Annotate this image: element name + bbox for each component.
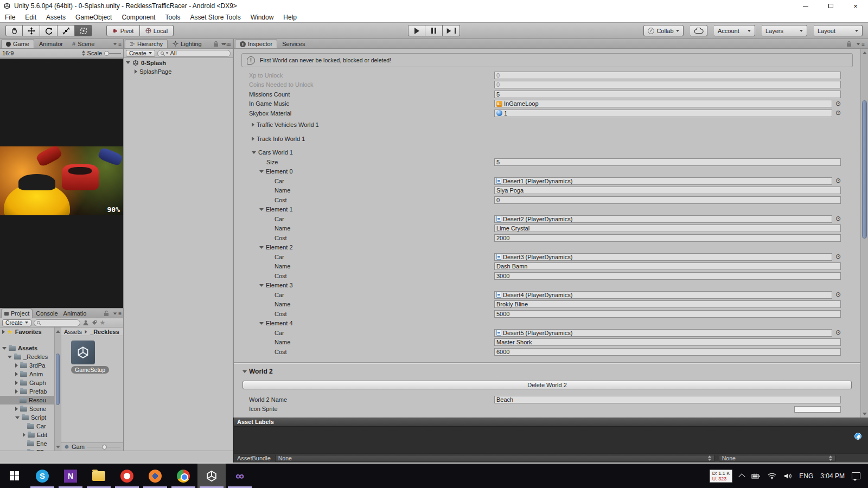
taskbar-firefox[interactable]: [141, 464, 169, 488]
world2-name-field[interactable]: Beach: [494, 396, 841, 403]
object-picker-icon[interactable]: ⊙: [835, 253, 841, 260]
lock-icon[interactable]: [846, 41, 852, 47]
tree-item-reckless[interactable]: _Reckles: [0, 352, 54, 361]
tab-animation[interactable]: Animatio: [61, 309, 89, 318]
pane-menu-icon[interactable]: ≡: [113, 41, 122, 47]
slider-knob[interactable]: [102, 445, 107, 450]
collab-button[interactable]: ✓Collab: [643, 25, 684, 36]
scroll-down-icon[interactable]: [861, 410, 868, 417]
taskbar-opera[interactable]: [113, 464, 141, 488]
action-center-icon[interactable]: [852, 472, 860, 479]
language-indicator[interactable]: ENG: [799, 472, 813, 480]
assetbundle-variant-dropdown[interactable]: None: [719, 455, 835, 462]
assetbundle-dropdown[interactable]: None: [275, 455, 714, 462]
menu-window[interactable]: Window: [246, 14, 279, 21]
menu-component[interactable]: Component: [117, 14, 160, 21]
create-dropdown[interactable]: Create: [126, 50, 155, 57]
taskbar-file-explorer[interactable]: [85, 464, 113, 488]
move-tool-button[interactable]: [23, 25, 40, 36]
taskbar-skype[interactable]: S: [28, 464, 56, 488]
speaker-icon[interactable]: [783, 473, 792, 479]
tab-services[interactable]: Services: [278, 39, 309, 48]
pane-menu-icon[interactable]: ≡: [856, 41, 865, 47]
project-tree-scrollbar[interactable]: [54, 328, 61, 451]
layers-button[interactable]: Layers: [762, 25, 807, 36]
wifi-icon[interactable]: [768, 473, 776, 479]
slider-knob[interactable]: [104, 51, 109, 56]
maximize-button[interactable]: [818, 0, 843, 12]
skybox-material-field[interactable]: 1: [494, 110, 832, 117]
hierarchy-item-splashpage[interactable]: SplashPage: [124, 67, 233, 76]
close-button[interactable]: ×: [843, 0, 868, 12]
favorites-star-icon[interactable]: ★: [100, 320, 106, 325]
lock-icon[interactable]: [104, 310, 109, 317]
tab-inspector[interactable]: iInspector: [235, 39, 277, 48]
gamesetup-asset-icon[interactable]: [71, 341, 95, 364]
tree-item-anim[interactable]: Anim: [0, 370, 54, 378]
taskbar-onenote[interactable]: N: [56, 464, 85, 488]
tab-lighting[interactable]: Lighting: [168, 39, 206, 48]
cars-size-field[interactable]: 5: [494, 158, 841, 166]
hand-tool-button[interactable]: [5, 25, 23, 36]
tree-item-editor[interactable]: Edit: [0, 431, 54, 439]
tab-scene[interactable]: #Scene: [68, 39, 99, 48]
car-name-field[interactable]: Lime Crystal: [494, 224, 841, 232]
foldout-cars-world1[interactable]: Cars World 1: [234, 148, 860, 158]
account-button[interactable]: Account: [714, 25, 755, 36]
tree-item-scripts[interactable]: Script: [0, 413, 54, 422]
car-cost-field[interactable]: 5000: [494, 310, 841, 318]
object-picker-icon[interactable]: ⊙: [835, 177, 841, 184]
object-picker-icon[interactable]: ⊙: [835, 215, 841, 222]
clock[interactable]: 3:04 PM: [820, 472, 845, 480]
thumbnail-size-slider[interactable]: [87, 447, 120, 447]
search-by-type-icon[interactable]: [82, 319, 89, 326]
scale-tool-button[interactable]: [58, 25, 75, 36]
pause-button[interactable]: [425, 25, 443, 36]
tab-console[interactable]: Console: [33, 309, 60, 318]
battery-icon[interactable]: [751, 473, 761, 479]
taskbar-unity[interactable]: [197, 464, 226, 488]
step-button[interactable]: [443, 25, 460, 36]
sprite-preview[interactable]: [794, 406, 841, 413]
foldout-world2[interactable]: World 2: [234, 367, 860, 377]
tab-hierarchy[interactable]: Hierarchy: [125, 39, 168, 48]
tree-item-prefab[interactable]: Prefab: [0, 387, 54, 396]
breadcrumb-assets[interactable]: Assets: [64, 329, 82, 335]
aspect-ratio-dropdown[interactable]: 16:9: [2, 50, 85, 56]
asset-tile[interactable]: GameSetup: [61, 336, 123, 374]
menu-assets[interactable]: Assets: [41, 14, 71, 21]
tree-item-favorites[interactable]: ★Favorites: [0, 328, 54, 336]
tree-item-assets[interactable]: Assets: [0, 344, 54, 352]
car-cost-field[interactable]: 0: [494, 196, 841, 204]
tab-game[interactable]: Game: [1, 39, 34, 48]
tree-item-car[interactable]: Car: [0, 422, 54, 431]
foldout-traffic-vehicles[interactable]: Traffic Vehicles World 1: [234, 120, 860, 130]
tree-item-enemy[interactable]: Ene: [0, 439, 54, 448]
foldout-element[interactable]: Element 0: [234, 167, 860, 177]
create-dropdown[interactable]: Create: [2, 319, 31, 326]
cloud-button[interactable]: [690, 25, 707, 36]
tab-project[interactable]: Project: [1, 309, 33, 318]
tree-item-graphics[interactable]: Graph: [0, 378, 54, 387]
object-picker-icon[interactable]: ⊙: [835, 110, 841, 117]
tray-expand-icon[interactable]: [738, 473, 745, 480]
network-monitor-widget[interactable]: D: 1.1 K U: 323: [710, 470, 733, 483]
car-name-field[interactable]: Brokly Bline: [494, 300, 841, 308]
rect-tool-button[interactable]: [75, 25, 92, 36]
local-button[interactable]: Local: [140, 25, 174, 36]
search-input[interactable]: [34, 319, 80, 326]
inspector-scrollbar[interactable]: [860, 49, 868, 418]
menu-help[interactable]: Help: [278, 14, 302, 21]
car-name-field[interactable]: Master Shork: [494, 338, 841, 346]
breadcrumb-folder[interactable]: _Reckless: [90, 329, 119, 335]
car-cost-field[interactable]: 6000: [494, 348, 841, 356]
tree-item-3rdparty[interactable]: 3rdPa: [0, 361, 54, 370]
coins-needed-field[interactable]: 0: [494, 81, 841, 88]
start-button[interactable]: [0, 464, 28, 488]
scrollbar-thumb[interactable]: [862, 100, 867, 239]
object-picker-icon[interactable]: ⊙: [835, 329, 841, 336]
tab-animator[interactable]: Animator: [35, 39, 67, 48]
car-name-field[interactable]: Siya Poga: [494, 187, 841, 194]
foldout-element[interactable]: Element 2: [234, 243, 860, 253]
pane-menu-icon[interactable]: ≡: [113, 311, 122, 317]
